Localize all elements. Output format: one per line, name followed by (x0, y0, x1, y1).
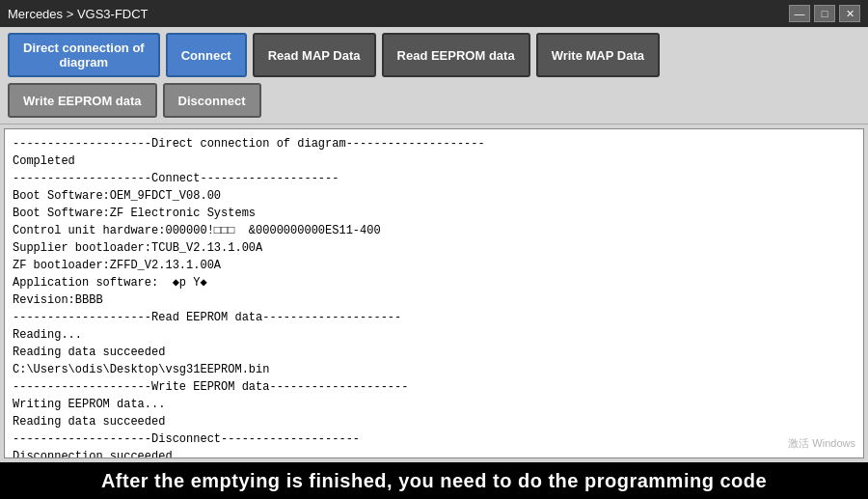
log-line: --------------------Read EEPROM data----… (13, 309, 855, 326)
read-map-data-button[interactable]: Read MAP Data (253, 33, 376, 77)
write-map-data-button[interactable]: Write MAP Data (536, 33, 660, 77)
close-button[interactable]: ✕ (839, 5, 860, 22)
main-window: Mercedes > VGS3-FDCT — □ ✕ Direct connec… (0, 0, 868, 499)
log-line: --------------------Disconnect----------… (13, 430, 855, 448)
window-title: Mercedes > VGS3-FDCT (8, 7, 149, 21)
log-line: Reading data succeeded (13, 344, 855, 361)
log-line: Reading data succeeded (13, 413, 855, 430)
watermark: 激活 Windows (788, 436, 855, 453)
log-output[interactable]: --------------------Direct connection of… (4, 128, 864, 458)
log-line: Boot Software:ZF Electronic Systems (13, 205, 855, 222)
log-line: C:\Users\odis\Desktop\vsg31EEPROM.bin (13, 361, 855, 378)
log-line: --------------------Connect-------------… (13, 170, 855, 187)
log-line: Reading... (13, 326, 855, 344)
log-line: Application software: ◆p Y◆ (13, 274, 855, 291)
connect-button[interactable]: Connect (166, 33, 247, 77)
toolbar-row-1: Direct connection of diagram Connect Rea… (8, 33, 860, 77)
toolbar: Direct connection of diagram Connect Rea… (0, 27, 868, 125)
log-line: ZF bootloader:ZFFD_V2.13.1.00A (13, 257, 855, 274)
log-line: Writing EEPROM data... (13, 396, 855, 413)
log-line: Boot Software:OEM_9FDCT_V08.00 (13, 187, 855, 205)
minimize-button[interactable]: — (789, 5, 810, 22)
bottom-text: After the emptying is finished, you need… (101, 470, 767, 492)
bottom-bar: After the emptying is finished, you need… (0, 462, 868, 499)
log-line: Completed (13, 152, 855, 170)
log-line: Supplier bootloader:TCUB_V2.13.1.00A (13, 239, 855, 257)
write-eeprom-data-button[interactable]: Write EEPROM data (8, 83, 157, 118)
disconnect-button[interactable]: Disconnect (163, 83, 261, 118)
toolbar-row-2: Write EEPROM data Disconnect (8, 83, 860, 118)
content-area: --------------------Direct connection of… (0, 125, 868, 462)
title-bar: Mercedes > VGS3-FDCT — □ ✕ (0, 0, 868, 27)
read-eeprom-data-button[interactable]: Read EEPROM data (382, 33, 530, 77)
log-line: Disconnection succeeded (13, 448, 855, 458)
window-controls: — □ ✕ (789, 5, 860, 22)
maximize-button[interactable]: □ (814, 5, 835, 22)
log-line: --------------------Write EEPROM data---… (13, 378, 855, 396)
log-line: --------------------Direct connection of… (13, 135, 855, 152)
log-line: Revision:BBBB (13, 291, 855, 309)
log-line: Control unit hardware:000000!□□□ &000000… (13, 222, 855, 239)
direct-connection-button[interactable]: Direct connection of diagram (8, 33, 160, 77)
